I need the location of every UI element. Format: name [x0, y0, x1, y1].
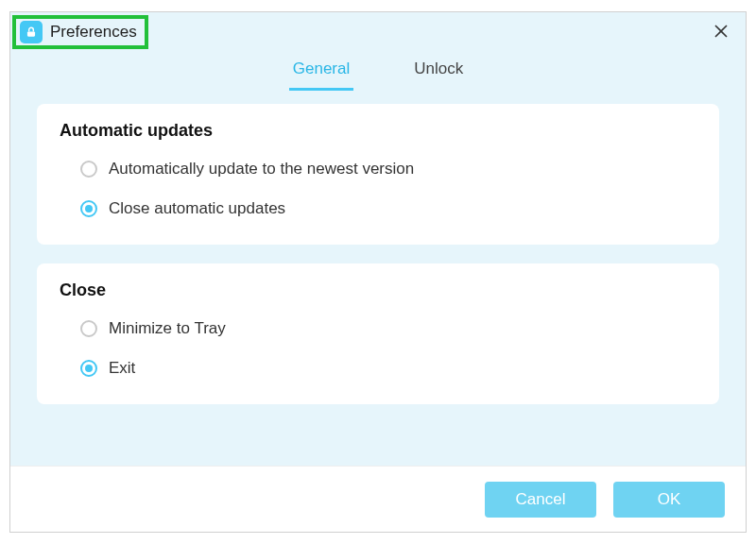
option-label: Exit: [109, 359, 135, 378]
section-close: Close Minimize to Tray Exit: [37, 264, 719, 404]
radio-icon: [80, 200, 97, 217]
section-automatic-updates: Automatic updates Automatically update t…: [37, 104, 719, 245]
ok-button[interactable]: OK: [613, 482, 725, 518]
footer: Cancel OK: [10, 466, 746, 532]
option-auto-update-on[interactable]: Automatically update to the newest versi…: [60, 154, 696, 184]
option-label: Close automatic updates: [109, 199, 285, 218]
tab-unlock[interactable]: Unlock: [410, 54, 467, 91]
cancel-button[interactable]: Cancel: [485, 482, 596, 518]
option-minimize-to-tray[interactable]: Minimize to Tray: [60, 314, 696, 344]
option-label: Minimize to Tray: [109, 319, 226, 338]
title-highlight-box: Preferences: [12, 15, 148, 49]
radio-icon: [80, 320, 97, 337]
close-icon[interactable]: [702, 12, 740, 50]
tabs: General Unlock: [10, 50, 746, 91]
option-auto-update-off[interactable]: Close automatic updates: [60, 194, 696, 224]
radio-icon: [80, 360, 97, 377]
window-title: Preferences: [50, 23, 137, 42]
radio-icon: [80, 161, 97, 178]
titlebar: Preferences: [10, 12, 746, 50]
svg-rect-0: [27, 31, 35, 36]
section-title-updates: Automatic updates: [60, 121, 696, 141]
option-exit[interactable]: Exit: [60, 353, 696, 383]
tab-general[interactable]: General: [289, 54, 353, 91]
preferences-window: Preferences General Unlock Automatic upd…: [9, 11, 747, 533]
section-title-close: Close: [60, 280, 696, 300]
lock-icon: [20, 21, 43, 43]
content: Automatic updates Automatically update t…: [10, 91, 746, 466]
option-label: Automatically update to the newest versi…: [109, 160, 414, 178]
